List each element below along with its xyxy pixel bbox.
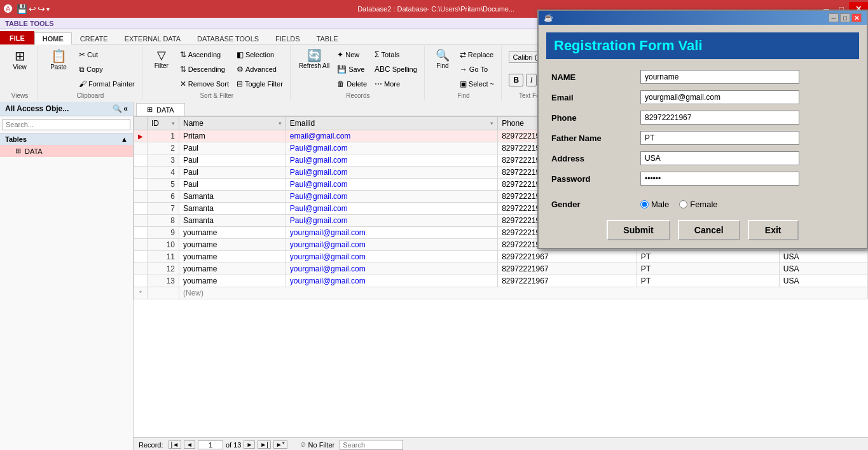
form-cancel-button[interactable]: Cancel	[678, 220, 740, 240]
cell-email[interactable]: Paul@gmail.com	[286, 179, 497, 191]
goto-button[interactable]: → Go To	[457, 63, 497, 76]
cell-name[interactable]: yourname	[179, 239, 286, 251]
cell-email[interactable]: Paul@gmail.com	[286, 215, 497, 227]
cell-name[interactable]: yourname	[179, 251, 286, 263]
ascending-button[interactable]: ⇅ Ascending	[177, 48, 232, 61]
dialog-minimize-btn[interactable]: ─	[829, 13, 839, 22]
cell-id[interactable]: 10	[148, 239, 179, 251]
advanced-button[interactable]: ⚙ Advanced	[233, 63, 286, 76]
qa-dropdown-icon[interactable]: ▾	[46, 6, 50, 13]
cell-id[interactable]: 3	[148, 154, 179, 167]
nav-collapse-icon[interactable]: «	[123, 104, 128, 113]
cell-name[interactable]: Paul	[179, 154, 286, 167]
cell-id[interactable]: 2	[148, 142, 179, 154]
next-record-btn[interactable]: ►	[244, 440, 255, 449]
cell-email[interactable]: Paul@gmail.com	[286, 191, 497, 203]
tab-fields[interactable]: FIELDS	[267, 32, 308, 44]
select-button[interactable]: ▣ Select ~	[457, 78, 497, 90]
col-id-dropdown[interactable]: ▾	[172, 120, 175, 126]
delete-button[interactable]: 🗑 Delete	[334, 78, 370, 90]
descending-button[interactable]: ⇅ Descending	[177, 63, 232, 76]
new-record-row[interactable]: * (New)	[134, 287, 868, 299]
col-header-name[interactable]: Name ▾	[179, 117, 286, 130]
bold-button[interactable]: B	[509, 74, 523, 86]
cell-id[interactable]: 8	[148, 215, 179, 227]
cell-email[interactable]: yourgmail@gmail.com	[286, 263, 497, 275]
more-button[interactable]: ⋯ More	[371, 78, 420, 90]
prev-record-btn[interactable]: ◄	[184, 440, 195, 449]
cell-id[interactable]: 11	[148, 251, 179, 263]
cell-name[interactable]: Paul	[179, 167, 286, 179]
cell-name[interactable]: Paul	[179, 179, 286, 191]
tab-create[interactable]: CREATE	[72, 32, 116, 44]
tab-table[interactable]: TABLE	[308, 32, 347, 44]
cell-email[interactable]: Paul@gmail.com	[286, 154, 497, 167]
filter-button[interactable]: ▽ Filter	[148, 47, 176, 72]
tab-home[interactable]: HOME	[34, 32, 72, 44]
format-painter-button[interactable]: 🖌 Format Painter	[76, 78, 138, 90]
toggle-filter-button[interactable]: ⊟ Toggle Filter	[233, 78, 286, 90]
cell-phone[interactable]: 82972221967	[498, 251, 637, 263]
form-input-email[interactable]	[640, 90, 799, 104]
form-input-name[interactable]	[640, 70, 799, 84]
cell-name[interactable]: Samanta	[179, 203, 286, 215]
cut-button[interactable]: ✂ Cut	[76, 48, 138, 61]
current-record-input[interactable]	[198, 440, 223, 449]
cell-id[interactable]: 4	[148, 167, 179, 179]
col-header-id[interactable]: ID ▾	[148, 117, 179, 130]
form-input-password[interactable]	[640, 172, 799, 186]
tab-database-tools[interactable]: DATABASE TOOLS	[189, 32, 267, 44]
cell-name[interactable]: yourname	[179, 275, 286, 287]
new-record-nav-btn[interactable]: ►*	[273, 440, 287, 449]
nav-section-tables[interactable]: Tables ▲	[0, 133, 133, 145]
form-input-address[interactable]	[640, 151, 799, 165]
table-row[interactable]: 13 yourname yourgmail@gmail.com 82972221…	[134, 275, 868, 287]
new-record-button[interactable]: ✦ New	[334, 48, 370, 61]
table-row[interactable]: 12 yourname yourgmail@gmail.com 82972221…	[134, 263, 868, 275]
form-submit-button[interactable]: Submit	[607, 220, 670, 240]
cell-email[interactable]: Paul@gmail.com	[286, 167, 497, 179]
gender-male-option[interactable]: Male	[640, 200, 669, 209]
cell-id[interactable]: 1	[148, 130, 179, 142]
data-tab[interactable]: ⊞ DATA	[136, 103, 185, 116]
cell-email[interactable]: yourgmail@gmail.com	[286, 275, 497, 287]
italic-button[interactable]: I	[526, 74, 537, 86]
form-exit-button[interactable]: Exit	[748, 220, 799, 240]
first-record-btn[interactable]: |◄	[169, 440, 182, 449]
cell-email[interactable]: yourgmail@gmail.com	[286, 239, 497, 251]
find-button[interactable]: 🔍 Find	[430, 47, 455, 72]
spelling-button[interactable]: ABC Spelling	[371, 63, 420, 76]
gender-female-radio[interactable]	[679, 200, 687, 208]
cell-name[interactable]: yourname	[179, 263, 286, 275]
col-name-dropdown[interactable]: ▾	[279, 120, 282, 126]
totals-button[interactable]: Σ Totals	[371, 48, 420, 61]
cell-email[interactable]: email@gmail.com	[286, 130, 497, 142]
table-row[interactable]: 11 yourname yourgmail@gmail.com 82972221…	[134, 251, 868, 263]
cell-name[interactable]: Samanta	[179, 191, 286, 203]
dialog-maximize-btn[interactable]: □	[840, 13, 850, 22]
refresh-button[interactable]: 🔄 Refresh All	[296, 47, 333, 72]
search-input[interactable]	[340, 440, 403, 450]
tab-external-data[interactable]: EXTERNAL DATA	[116, 32, 189, 44]
gender-female-option[interactable]: Female	[679, 200, 717, 209]
cell-id[interactable]: 5	[148, 179, 179, 191]
selection-button[interactable]: ◧ Selection	[233, 48, 286, 61]
last-record-btn[interactable]: ►|	[258, 440, 271, 449]
cell-address[interactable]: USA	[779, 251, 867, 263]
qa-save-icon[interactable]: 💾	[17, 4, 27, 14]
nav-item-data[interactable]: ⊞ DATA	[0, 145, 133, 157]
replace-button[interactable]: ⇄ Replace	[457, 48, 497, 61]
view-button[interactable]: ⊞ View	[7, 47, 32, 73]
col-header-email[interactable]: Emailid ▾	[286, 117, 497, 130]
cell-address[interactable]: USA	[779, 263, 867, 275]
cell-email[interactable]: yourgmail@gmail.com	[286, 227, 497, 239]
cell-name[interactable]: Pritam	[179, 130, 286, 142]
gender-male-radio[interactable]	[640, 200, 649, 208]
cell-father[interactable]: PT	[637, 263, 779, 275]
cell-email[interactable]: Paul@gmail.com	[286, 203, 497, 215]
cell-id[interactable]: 13	[148, 275, 179, 287]
cell-name[interactable]: yourname	[179, 227, 286, 239]
qa-undo-icon[interactable]: ↩	[29, 4, 36, 14]
cell-father[interactable]: PT	[637, 275, 779, 287]
cell-id[interactable]: 6	[148, 191, 179, 203]
